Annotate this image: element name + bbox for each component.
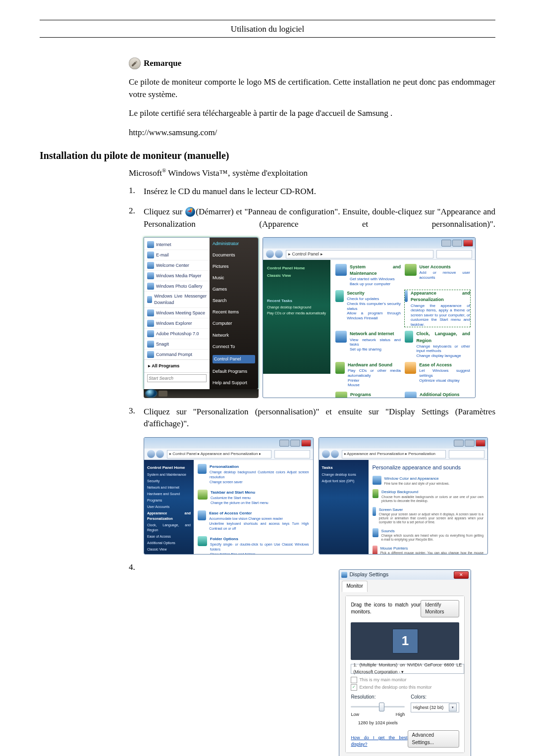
cat-network[interactable]: Network and InternetView network status …: [335, 331, 401, 358]
cat-programs[interactable]: ProgramsUninstall a programChange startu…: [335, 392, 401, 398]
search-input[interactable]: [436, 250, 472, 258]
cat-system[interactable]: System and MaintenanceGet started with W…: [335, 264, 401, 286]
window-titlebar: [263, 238, 475, 249]
start-menu-right-column: Administrator Documents Pictures Music G…: [210, 238, 258, 389]
maximize-button[interactable]: [465, 440, 475, 447]
security-icon: [335, 290, 344, 302]
os-line: Microsoft® Windows Vista™‚ système d'exp…: [129, 167, 495, 178]
colors-label: Colors:: [411, 694, 459, 701]
best-display-link[interactable]: How do I get the best display?: [351, 735, 407, 748]
internet-icon: [147, 241, 154, 248]
drag-icons-label: Drag the icons to match your monitors.: [351, 602, 421, 616]
minimize-button[interactable]: [279, 440, 289, 447]
close-button[interactable]: [301, 440, 311, 447]
maximize-button[interactable]: [452, 240, 462, 247]
display-settings-title-icon: [341, 572, 347, 578]
personalization-item[interactable]: PersonalizationChange desktop background…: [198, 464, 309, 485]
monitor-1[interactable]: 1: [392, 629, 418, 654]
para-2: Le pilote certifié sera téléchargeable à…: [129, 107, 495, 120]
start-search-input[interactable]: [147, 374, 207, 382]
nav-fwd-icon[interactable]: [331, 450, 339, 458]
advanced-settings-button[interactable]: Advanced Settings...: [408, 730, 460, 748]
address-bar-row: ▸ Control Panel ▸: [263, 249, 475, 260]
explorer-icon: [147, 320, 154, 327]
monitor-select[interactable]: 1. (Multiple Monitors) on NVIDIA GeForce…: [351, 664, 464, 674]
sounds-item[interactable]: SoundsChange which sounds are heard when…: [373, 528, 484, 542]
remarque-heading: Remarque: [129, 57, 495, 69]
screenshot-display-settings-dialog: Display Settings ✕ Monitor Drag the icon…: [339, 569, 471, 756]
cat-hardware[interactable]: Hardware and SoundPlay CDs or other medi…: [335, 362, 401, 387]
all-programs[interactable]: ▸ All Programs: [144, 359, 210, 372]
breadcrumb[interactable]: ▸ Control Panel ▸ Appearance and Persona…: [167, 450, 271, 458]
additional-options-icon: [405, 392, 417, 398]
hardware-icon: [335, 362, 345, 374]
resolution-slider[interactable]: [351, 703, 405, 710]
desktop-bg-icon: [373, 489, 379, 498]
cat-additional[interactable]: Additional Options: [405, 392, 470, 398]
programs-icon: [335, 392, 347, 398]
screenshot-start-menu-and-control-panel: Internet E-mail Welcome Center Windows M…: [144, 237, 476, 398]
cat-security[interactable]: SecurityCheck for updatesCheck this comp…: [335, 290, 401, 327]
personalization-icon: [198, 464, 207, 474]
cat-user-accounts[interactable]: User AccountsAdd or remove user accounts: [405, 264, 470, 286]
nav-back-icon[interactable]: [266, 250, 274, 258]
system-icon: [335, 264, 347, 276]
meeting-space-icon: [147, 309, 154, 316]
mouse-pointers-item[interactable]: Mouse PointersPick a different mouse poi…: [373, 546, 484, 554]
window-color-item[interactable]: Window Color and AppearanceFine tune the…: [373, 476, 484, 485]
screen-saver-item[interactable]: Screen SaverChange your screen saver or …: [373, 507, 484, 524]
main-monitor-checkbox[interactable]: This is my main monitor: [351, 677, 459, 683]
identify-monitors-button[interactable]: Identify Monitors: [421, 600, 459, 617]
nav-fwd-icon[interactable]: [275, 250, 283, 258]
slider-thumb[interactable]: [379, 703, 384, 711]
email-icon: [147, 252, 154, 258]
minimize-button[interactable]: [441, 240, 451, 247]
taskbar-startmenu-item[interactable]: Taskbar and Start MenuCustomize the Star…: [198, 490, 309, 505]
start-search[interactable]: [144, 372, 210, 384]
colors-combobox[interactable]: Highest (32 bit) ▾: [411, 703, 459, 712]
control-panel-window: ▸ Control Panel ▸ Control Panel Home Cla…: [263, 237, 476, 398]
mouse-pointers-icon: [373, 546, 377, 554]
ease-of-access-center-item[interactable]: Ease of Access CenterAccommodate low vis…: [198, 510, 309, 531]
folder-options-item[interactable]: Folder OptionsSpecify single- or double-…: [198, 536, 309, 554]
appearance-icon: [405, 290, 408, 302]
window-color-icon: [373, 476, 381, 485]
appearance-window: ▸ Control Panel ▸ Appearance and Persona…: [144, 437, 314, 554]
page: Utilisation du logiciel Remarque Ce pilo…: [0, 0, 535, 756]
nav-fwd-icon[interactable]: [156, 450, 164, 458]
ease-of-access-icon: [198, 510, 206, 520]
taskbar-item[interactable]: [159, 391, 167, 397]
breadcrumb[interactable]: ▸ Appearance and Personalization ▸ Perso…: [342, 450, 446, 458]
cat-clock-lang[interactable]: Clock, Language, and RegionChange keyboa…: [405, 331, 470, 358]
close-button[interactable]: [463, 240, 473, 247]
photoshop-icon: [147, 330, 154, 337]
sounds-icon: [373, 528, 378, 537]
cmd-icon: [147, 351, 154, 358]
nav-back-icon[interactable]: [147, 450, 155, 458]
para-url: http://www.samsung.com/: [129, 127, 495, 139]
taskbar-start-orb-icon[interactable]: [146, 390, 157, 397]
ease-of-access-icon: [405, 362, 416, 374]
cat-ease[interactable]: Ease of AccessLet Windows suggest settin…: [405, 362, 470, 387]
snagit-icon: [147, 341, 154, 348]
close-button[interactable]: [476, 440, 485, 447]
maximize-button[interactable]: [290, 440, 300, 447]
close-button[interactable]: ✕: [454, 571, 469, 579]
breadcrumb[interactable]: ▸ Control Panel ▸: [286, 250, 433, 258]
monitor-layout-area[interactable]: 1: [351, 622, 459, 660]
desktop-background-item[interactable]: Desktop BackgroundChoose from available …: [373, 489, 484, 503]
screenshot-personalization-and-display: ▸ Control Panel ▸ Appearance and Persona…: [144, 437, 488, 554]
clock-language-icon: [405, 331, 413, 343]
search-input[interactable]: [274, 450, 310, 458]
control-panel-sidebar: Control Panel Home Classic View Recent T…: [263, 260, 330, 374]
section-heading: Installation du pilote de moniteur (manu…: [40, 150, 495, 161]
extend-desktop-checkbox[interactable]: ✓Extend the desktop onto this monitor: [351, 684, 459, 691]
tab-monitor[interactable]: Monitor: [342, 581, 367, 592]
folder-options-icon: [198, 536, 207, 546]
minimize-button[interactable]: [454, 440, 464, 447]
cat-appearance[interactable]: Appearance and PersonalizationChange the…: [405, 290, 470, 327]
control-panel-categories: System and MaintenanceGet started with W…: [330, 260, 475, 374]
appearance-sidebar: Control Panel Home System and Maintenanc…: [144, 460, 194, 554]
search-input[interactable]: [449, 450, 484, 458]
nav-back-icon[interactable]: [322, 450, 330, 458]
